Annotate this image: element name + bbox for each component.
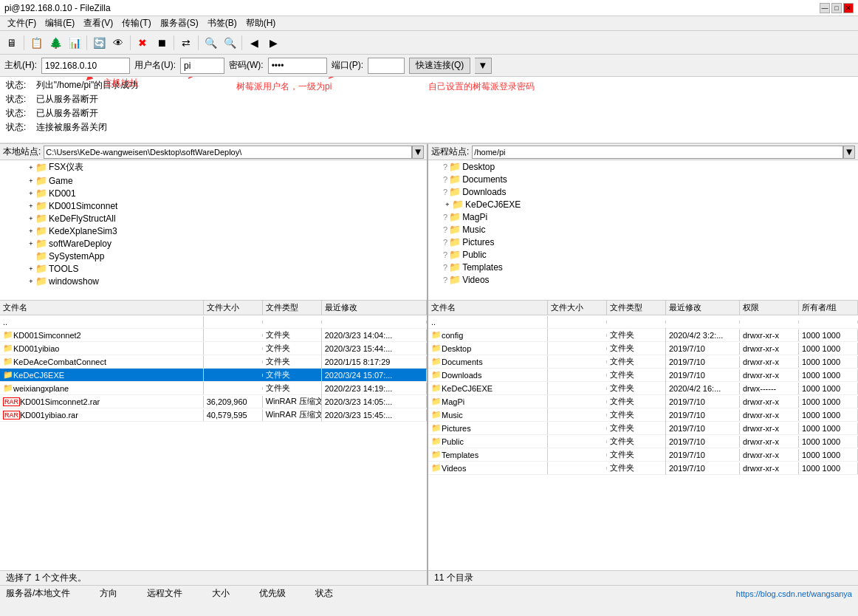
- tree-item-sysapp[interactable]: 📁 SySystemApp: [0, 250, 427, 262]
- quick-connect-button[interactable]: 快速连接(Q): [409, 58, 470, 74]
- tree-item-game[interactable]: + 📁 Game: [0, 174, 427, 187]
- right-tree[interactable]: ? 📁 Desktop ? 📁 Documents ? 📁 Downloads: [428, 160, 858, 301]
- minimize-button[interactable]: —: [820, 3, 830, 13]
- left-col-type[interactable]: 文件类型: [263, 301, 322, 315]
- right-col-owner[interactable]: 所有者/组: [799, 301, 858, 315]
- toolbar-nav-next[interactable]: ▶: [264, 34, 282, 52]
- menu-bookmarks[interactable]: 书签(B): [203, 16, 241, 30]
- right-path-dropdown[interactable]: ▼: [843, 146, 855, 159]
- right-col-date[interactable]: 最近修改: [666, 301, 740, 315]
- right-col-name[interactable]: 文件名: [428, 301, 548, 315]
- toolbar-stop[interactable]: ⏹: [153, 34, 171, 52]
- pass-input[interactable]: [268, 58, 327, 74]
- menu-help[interactable]: 帮助(H): [241, 16, 281, 30]
- port-input[interactable]: [368, 58, 405, 74]
- right-col-perm[interactable]: 权限: [740, 301, 799, 315]
- expand-icon[interactable]: +: [27, 214, 35, 223]
- tree-item-tools[interactable]: + 📁 TOOLS: [0, 262, 427, 275]
- expand-icon[interactable]: +: [27, 177, 35, 185]
- right-path-input[interactable]: [472, 146, 843, 159]
- toolbar-filter[interactable]: 🔍: [221, 34, 238, 52]
- menu-view[interactable]: 查看(V): [79, 16, 117, 30]
- right-file-row-videos[interactable]: 📁 Videos 文件夹 2019/7/10 drwxr-xr-x 1000 1…: [428, 462, 858, 475]
- right-tree-downloads[interactable]: ? 📁 Downloads: [428, 185, 858, 198]
- left-col-size[interactable]: 文件大小: [204, 301, 263, 315]
- quick-connect-dropdown[interactable]: ▼: [475, 58, 491, 74]
- expand-icon[interactable]: +: [27, 239, 35, 248]
- left-col-name[interactable]: 文件名: [0, 301, 204, 315]
- left-path-input[interactable]: [44, 146, 412, 159]
- left-file-row-kedeace[interactable]: 📁 KeDeAceCombatConnect 文件夹 2020/1/15 8:1…: [0, 355, 427, 369]
- tree-item-fsx[interactable]: + 📁 FSX仪表: [0, 160, 427, 174]
- left-file-row-rar2[interactable]: RAR KD001yibiao.rar 40,579,595 WinRAR 压缩…: [0, 408, 427, 422]
- toolbar-disconnect[interactable]: ✖: [134, 34, 151, 52]
- right-file-row-public[interactable]: 📁 Public 文件夹 2019/7/10 drwxr-xr-x 1000 1…: [428, 435, 858, 448]
- menu-server[interactable]: 服务器(S): [156, 16, 203, 30]
- expand-icon[interactable]: +: [27, 163, 35, 172]
- left-file-row-dotdot[interactable]: ..: [0, 315, 427, 329]
- toolbar-toggle-queue[interactable]: 📊: [66, 34, 83, 52]
- menu-transfer[interactable]: 传输(T): [117, 16, 155, 30]
- expand-icon[interactable]: +: [443, 200, 452, 209]
- maximize-button[interactable]: □: [831, 3, 842, 13]
- left-file-row-rar1[interactable]: RAR KD001Simconnet2.rar 36,209,960 WinRA…: [0, 395, 427, 408]
- toolbar-nav-prev[interactable]: ◀: [245, 34, 263, 52]
- left-path-dropdown[interactable]: ▼: [412, 146, 424, 159]
- right-file-row-documents[interactable]: 📁 Documents 文件夹 2019/7/10 drwxr-xr-x 100…: [428, 355, 858, 369]
- left-file-row-kedecj6[interactable]: 📁 KeDeCJ6EXE 文件夹 2020/3/24 15:07:...: [0, 369, 427, 382]
- right-file-list[interactable]: .. 📁 config 文件夹 2020/4/2 3:2:... drwxr-x…: [428, 315, 858, 570]
- right-file-row-config[interactable]: 📁 config 文件夹 2020/4/2 3:2:... drwxr-xr-x…: [428, 329, 858, 342]
- expand-icon[interactable]: +: [27, 227, 35, 236]
- menu-edit[interactable]: 编辑(E): [41, 16, 79, 30]
- right-file-row-pictures[interactable]: 📁 Pictures 文件夹 2019/7/10 drwxr-xr-x 1000…: [428, 422, 858, 435]
- toolbar-toggle-hidden[interactable]: 👁: [109, 34, 127, 52]
- toolbar-refresh[interactable]: 🔄: [90, 34, 108, 52]
- right-tree-templates[interactable]: ? 📁 Templates: [428, 261, 858, 273]
- toolbar-compare[interactable]: ⇄: [177, 34, 195, 52]
- right-file-row-music[interactable]: 📁 Music 文件夹 2019/7/10 drwxr-xr-x 1000 10…: [428, 408, 858, 422]
- left-file-row-kd001sim2[interactable]: 📁 KD001Simconnet2 文件夹 2020/3/23 14:04:..…: [0, 329, 427, 342]
- menu-file[interactable]: 文件(F): [3, 16, 41, 30]
- expand-icon[interactable]: +: [27, 277, 35, 286]
- expand-icon[interactable]: +: [27, 189, 35, 198]
- left-tree[interactable]: + 📁 FSX仪表 + 📁 Game + 📁 KD001: [0, 160, 427, 301]
- toolbar-new-site[interactable]: 🖥: [3, 34, 21, 52]
- right-file-row-templates[interactable]: 📁 Templates 文件夹 2019/7/10 drwxr-xr-x 100…: [428, 448, 858, 462]
- right-tree-public[interactable]: ? 📁 Public: [428, 248, 858, 261]
- toolbar-toggle-tree[interactable]: 🌲: [47, 34, 64, 52]
- left-file-row-kd001yi[interactable]: 📁 KD001yibiao 文件夹 2020/3/23 15:44:...: [0, 342, 427, 355]
- expand-icon[interactable]: [27, 252, 35, 261]
- tree-item-kd001[interactable]: + 📁 KD001: [0, 187, 427, 199]
- right-tree-documents[interactable]: ? 📁 Documents: [428, 173, 858, 185]
- expand-icon[interactable]: +: [27, 202, 35, 211]
- right-tree-kedecj6[interactable]: + 📁 KeDeCJ6EXE: [428, 198, 858, 211]
- right-file-row-desktop[interactable]: 📁 Desktop 文件夹 2019/7/10 drwxr-xr-x 1000 …: [428, 342, 858, 355]
- right-tree-desktop[interactable]: ? 📁 Desktop: [428, 160, 858, 173]
- left-col-date[interactable]: 最近修改: [322, 301, 427, 315]
- tree-item-kedexplane[interactable]: + 📁 KedeXplaneSim3: [0, 225, 427, 237]
- status-area: 状态: 列出"/home/pi"的目录成功 状态: 已从服务器断开 状态: 已从…: [0, 77, 858, 143]
- toolbar-toggle-log[interactable]: 📋: [27, 34, 45, 52]
- right-file-row-downloads[interactable]: 📁 Downloads 文件夹 2019/7/10 drwxr-xr-x 100…: [428, 369, 858, 382]
- expand-icon[interactable]: +: [27, 264, 35, 273]
- left-file-row-weixiang[interactable]: 📁 weixiangxplane 文件夹 2020/2/23 14:19:...: [0, 382, 427, 395]
- toolbar-search[interactable]: 🔍: [202, 34, 219, 52]
- tree-item-kd001sim[interactable]: + 📁 KD001Simconnet: [0, 199, 427, 212]
- right-file-row-dotdot[interactable]: ..: [428, 315, 858, 329]
- left-file-list[interactable]: .. 📁 KD001Simconnet2 文件夹 2020/3/23 14:04…: [0, 315, 427, 570]
- tree-item-kedefly[interactable]: + 📁 KeDeFlyStructAll: [0, 212, 427, 225]
- right-tree-music[interactable]: ? 📁 Music: [428, 223, 858, 236]
- right-file-row-magpi[interactable]: 📁 MagPi 文件夹 2019/7/10 drwxr-xr-x 1000 10…: [428, 395, 858, 408]
- user-input[interactable]: [180, 58, 224, 74]
- right-file-row-kedecj6[interactable]: 📁 KeDeCJ6EXE 文件夹 2020/4/2 16:... drwx---…: [428, 382, 858, 395]
- host-input[interactable]: [41, 58, 130, 74]
- right-col-type[interactable]: 文件类型: [607, 301, 666, 315]
- right-col-size[interactable]: 文件大小: [548, 301, 607, 315]
- tree-item-windowshow[interactable]: + 📁 windowshow: [0, 275, 427, 287]
- right-tree-magpi[interactable]: ? 📁 MagPi: [428, 211, 858, 223]
- right-tree-pictures[interactable]: ? 📁 Pictures: [428, 236, 858, 248]
- right-tree-videos[interactable]: ? 📁 Videos: [428, 273, 858, 286]
- close-button[interactable]: ✕: [843, 3, 854, 13]
- window-controls[interactable]: — □ ✕: [820, 3, 854, 13]
- tree-item-software[interactable]: + 📁 softWareDeploy: [0, 237, 427, 250]
